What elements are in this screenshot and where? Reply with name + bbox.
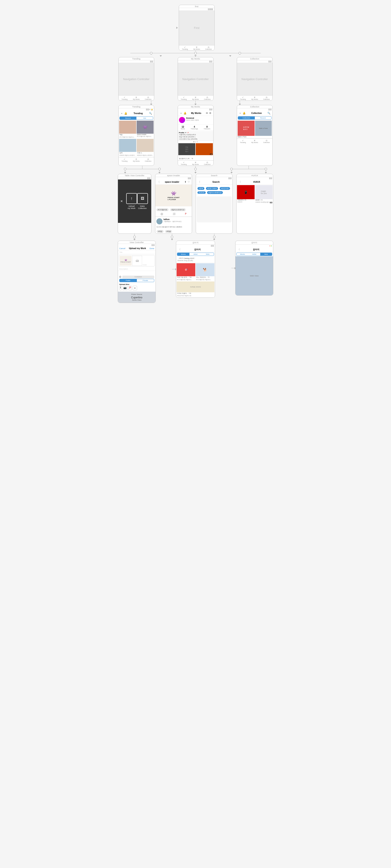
nav-col-tab3[interactable]: ⊙Collection bbox=[261, 95, 272, 100]
as-item3[interactable]: 아저씨 이미지 아저씨 와골과.. ↗10 #파인아트 #일러스트 bbox=[176, 281, 215, 297]
as-works-btn[interactable]: Works bbox=[177, 253, 189, 256]
dt-tab3[interactable]: ⊙Collection bbox=[142, 157, 154, 162]
container-field[interactable]: Container bbox=[122, 276, 154, 278]
close-icon[interactable]: ✕ bbox=[120, 199, 123, 203]
search-tag4[interactable]: #UI/UX bbox=[197, 191, 206, 194]
uiux-back-icon[interactable]: 〈 bbox=[238, 180, 242, 184]
si-icon-insta[interactable]: ⬜ bbox=[173, 213, 175, 216]
nav-col-tab2[interactable]: ✕My Works bbox=[249, 95, 260, 100]
pinterest-upload-icon[interactable]: P bbox=[129, 286, 132, 290]
si-back-icon[interactable]: 〈 bbox=[157, 180, 160, 184]
upload-work-box[interactable]: ↑ Uploadmy Work bbox=[126, 193, 137, 209]
nav-col-tab1[interactable]: ✓Trending bbox=[237, 95, 249, 100]
trending-recent-btn[interactable]: Recent bbox=[120, 117, 136, 120]
private-btn[interactable]: Private bbox=[137, 279, 154, 282]
trending-plus-icon[interactable]: ＋ bbox=[120, 112, 123, 115]
col-item-2[interactable]: Walk in Paris bbox=[255, 121, 272, 136]
col-bell-icon[interactable]: 🔔 bbox=[242, 112, 246, 115]
si-icon-p[interactable]: P bbox=[185, 213, 187, 216]
mw-gear-icon[interactable]: ⚙ bbox=[208, 112, 212, 115]
add-upload-icon[interactable]: ＋ bbox=[133, 286, 137, 290]
mw-tab2[interactable]: ✕My Works bbox=[190, 161, 201, 165]
as-item2[interactable]: 🐕 어느 직장인의.. ↗2 #디지털아트 #일러스.. bbox=[196, 263, 215, 281]
cover-image: 👾 PRESS START bbox=[120, 256, 132, 266]
col-search-icon[interactable]: 🔍 bbox=[267, 112, 271, 115]
done-btn[interactable]: Done bbox=[149, 247, 154, 250]
instagram-upload-icon[interactable]: 📷 bbox=[122, 286, 128, 290]
mw-bell-icon[interactable]: 🔔 bbox=[183, 112, 187, 115]
trending-item-2[interactable]: 👾 space invader #디지털아트 #일러스.. bbox=[137, 121, 154, 138]
col-collection-btn[interactable]: Collection bbox=[238, 117, 255, 119]
nav-collection-body: Navigation Controller bbox=[237, 63, 272, 95]
as-item3-badge: 아저씨 와골과.. ↗10 bbox=[176, 292, 215, 295]
si-tag4[interactable]: #픽셀 bbox=[165, 230, 172, 233]
col-tab2[interactable]: ✕My Works bbox=[249, 139, 260, 144]
trending-item-4[interactable]: 카펫 사. #UI/UX #일러스트레이.. bbox=[137, 139, 154, 157]
nav-mw-tab1[interactable]: ✓Trending bbox=[178, 95, 190, 100]
col-item-1[interactable]: 일촉즉발빌로인 bbox=[238, 121, 255, 136]
trending-bell-icon[interactable]: 🔔 bbox=[123, 112, 128, 115]
add-photo-btn[interactable]: 🏔 bbox=[132, 256, 142, 266]
description-field[interactable]: Description bbox=[118, 267, 156, 271]
nav-tab-mw1[interactable]: ✕My Works bbox=[130, 95, 142, 100]
search-back-icon[interactable]: 〈 bbox=[197, 180, 201, 184]
tab-myworks[interactable]: ✕ My Works bbox=[191, 45, 202, 50]
make-collection-box[interactable]: 🖼 MakeCollection bbox=[137, 193, 148, 209]
fb-upload-icon[interactable]: f bbox=[119, 286, 122, 290]
search-tag3[interactable]: #파인아트 bbox=[220, 187, 230, 190]
si-tag2[interactable]: #일러스트레이션 bbox=[170, 208, 186, 211]
col-recent-btn[interactable]: Recent bbox=[255, 117, 272, 119]
si-tag1[interactable]: #디지털아트 bbox=[157, 208, 169, 211]
svg-point-27 bbox=[265, 168, 267, 170]
col-tab3[interactable]: ⊙Collection bbox=[261, 139, 272, 144]
title-field[interactable]: Title bbox=[118, 251, 156, 254]
ap-works-btn[interactable]: Works bbox=[236, 253, 248, 256]
as-web-btn[interactable]: Web bbox=[202, 253, 214, 256]
si-profile: bdfom 서울특별시 · 팔로우하세요 bbox=[155, 217, 192, 225]
uiux-item1[interactable]: 📱 TODAYS ↗3 #UI/UX bbox=[237, 185, 255, 204]
as-artist-btn[interactable]: Artist bbox=[189, 253, 202, 256]
si-icon-fb[interactable]: ⓘ bbox=[161, 213, 163, 216]
mw-item-2[interactable]: ↗8 bbox=[196, 143, 213, 155]
mw-tab1[interactable]: ✓Trending bbox=[178, 161, 190, 165]
search-tag5[interactable]: #일러스트레이션 bbox=[207, 191, 223, 194]
search-tag1[interactable]: #공예 bbox=[197, 187, 204, 190]
ap-web-btn[interactable]: Web bbox=[260, 253, 272, 256]
public-btn[interactable]: Public bbox=[119, 279, 137, 282]
dt-tab2[interactable]: ✕My Works bbox=[130, 157, 142, 162]
nav-tab-col1[interactable]: ⊙Collection bbox=[142, 95, 154, 100]
mw-mail-icon[interactable]: ✉ bbox=[205, 112, 208, 115]
trending-hot-btn[interactable]: Hot bbox=[136, 117, 153, 120]
trending-search-icon[interactable]: 🔍 bbox=[148, 112, 153, 115]
svg-point-26 bbox=[230, 168, 233, 170]
col-plus-icon[interactable]: ＋ bbox=[238, 112, 242, 115]
nav-phone-trending: Trending ▐▐▐ Navigation Controller ✓Tren… bbox=[118, 57, 154, 101]
cancel-btn[interactable]: Cancel bbox=[119, 247, 125, 250]
as-item1[interactable]: 🎯 이번 미숲 분져.. ↗10 #디지털아트 #일러스.. bbox=[176, 263, 195, 281]
si-tag3[interactable]: #게임 bbox=[157, 230, 164, 233]
ap-back-icon[interactable]: 〈 bbox=[237, 248, 241, 251]
si-heart-icon[interactable]: ♡ bbox=[187, 181, 191, 183]
nav-mw-tab2[interactable]: ✕My Works bbox=[190, 95, 201, 100]
profile-pinterest-icon[interactable]: P bbox=[188, 132, 189, 134]
nav-mw-tab3[interactable]: ⊙Collection bbox=[201, 95, 213, 100]
mw-item-1[interactable]: 너는어디있니 bbox=[178, 143, 196, 155]
close-btn-area: ✕ bbox=[119, 198, 124, 204]
trending-item-3[interactable]: 방콕 #UI/UX #일러스트레이.. bbox=[119, 139, 136, 157]
dt-tab1[interactable]: ✓Trending bbox=[119, 157, 130, 162]
profile-edit-icon[interactable]: ✏ bbox=[185, 132, 187, 134]
mw-tab3[interactable]: ⊙Collection bbox=[201, 161, 213, 165]
nav-tab-trending[interactable]: ✓Trending bbox=[119, 95, 130, 100]
tab-trending[interactable]: ✓ Trending bbox=[179, 45, 191, 50]
mw-plus-icon[interactable]: ＋ bbox=[179, 112, 183, 115]
description-space bbox=[118, 271, 156, 275]
uiux-item2[interactable]: magicfor you ↗5 MOBY ↗2 #UI/UX #브랜딩/광고 bbox=[255, 185, 273, 204]
as-back-icon[interactable]: 〈 bbox=[177, 248, 181, 251]
si-share-icon[interactable]: ⬆ bbox=[184, 181, 187, 183]
nav-phone-collection: Collection ▐▐▐ Navigation Controller ✓Tr… bbox=[237, 57, 273, 101]
tab-collection[interactable]: ⊙ Collection bbox=[203, 45, 215, 50]
ap-artist-btn[interactable]: Artist bbox=[248, 253, 260, 256]
search-tag2[interactable]: #포토그래피 bbox=[206, 187, 218, 190]
trending-item-1[interactable]: 백합 #디지털아트 #일러스.. bbox=[119, 121, 136, 138]
col-tab1[interactable]: ✓Trending bbox=[237, 139, 249, 144]
